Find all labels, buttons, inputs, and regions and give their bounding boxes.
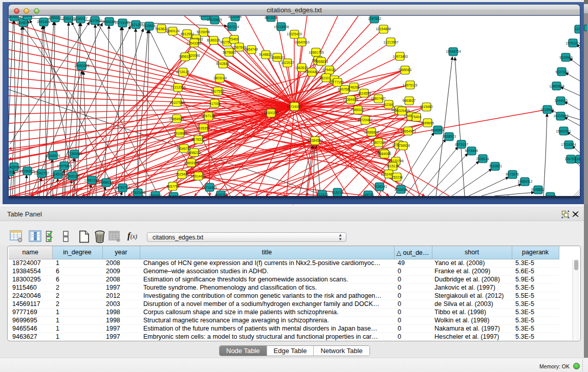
svg-text:75404: 75404 (412, 115, 422, 119)
svg-text:9227342: 9227342 (555, 70, 569, 74)
svg-text:12156829: 12156829 (19, 169, 35, 173)
svg-text:18300295: 18300295 (264, 111, 279, 115)
svg-text:815234: 815234 (332, 191, 343, 194)
svg-text:12213369: 12213369 (170, 85, 186, 89)
svg-text:3624554: 3624554 (358, 92, 371, 95)
svg-text:7857224: 7857224 (226, 25, 239, 29)
svg-text:9084068: 9084068 (378, 152, 391, 156)
svg-text:1588520: 1588520 (271, 56, 284, 59)
svg-text:2718126: 2718126 (176, 70, 189, 74)
svg-text:2803144: 2803144 (213, 76, 227, 80)
svg-text:17016504: 17016504 (561, 143, 576, 146)
svg-text:10807487: 10807487 (371, 97, 386, 100)
svg-text:7986322: 7986322 (351, 108, 364, 112)
svg-text:12905135: 12905135 (64, 174, 80, 178)
svg-text:10543362: 10543362 (186, 41, 202, 45)
svg-text:19218506: 19218506 (274, 25, 289, 29)
svg-text:1916682: 1916682 (173, 132, 187, 135)
svg-text:1405572: 1405572 (9, 16, 21, 18)
svg-text:9463627: 9463627 (402, 99, 416, 102)
svg-text:8938923: 8938923 (443, 135, 456, 138)
svg-text:1145194: 1145194 (52, 172, 65, 176)
svg-text:6990448: 6990448 (305, 70, 318, 74)
svg-text:15751074: 15751074 (565, 41, 580, 45)
svg-text:16210643: 16210643 (553, 114, 569, 118)
svg-text:18724007: 18724007 (287, 105, 302, 108)
svg-text:6466160: 6466160 (102, 20, 116, 24)
svg-text:1405571: 1405571 (16, 21, 30, 25)
svg-text:7632621: 7632621 (489, 164, 502, 168)
svg-text:1640954: 1640954 (431, 128, 444, 132)
svg-text:1322037: 1322037 (281, 61, 294, 64)
svg-text:16961755: 16961755 (309, 51, 324, 54)
svg-text:29053346: 29053346 (74, 64, 90, 68)
svg-text:9474444: 9474444 (465, 149, 478, 152)
svg-text:15692901: 15692901 (556, 129, 571, 133)
svg-text:9136403: 9136403 (199, 16, 212, 17)
svg-text:12893823: 12893823 (549, 84, 564, 88)
svg-text:6879197: 6879197 (455, 143, 468, 146)
svg-text:16548754: 16548754 (446, 50, 461, 53)
svg-text:9329966: 9329966 (559, 56, 573, 59)
svg-text:16640910: 16640910 (294, 40, 310, 44)
svg-text:417006: 417006 (209, 102, 221, 105)
svg-text:11171: 11171 (575, 27, 580, 31)
svg-text:1055327: 1055327 (74, 17, 88, 20)
svg-text:10973493: 10973493 (393, 55, 408, 58)
svg-text:746266: 746266 (349, 85, 360, 89)
svg-text:5875685: 5875685 (223, 51, 236, 54)
svg-text:16107534: 16107534 (169, 101, 185, 104)
svg-text:9242848: 9242848 (216, 62, 229, 65)
svg-text:10958127: 10958127 (98, 181, 114, 184)
svg-text:62160: 62160 (384, 103, 394, 106)
svg-text:19654925: 19654925 (169, 117, 184, 121)
svg-text:12975115: 12975115 (403, 83, 418, 87)
svg-text:2691406: 2691406 (37, 20, 50, 24)
svg-text:8454749: 8454749 (245, 48, 258, 51)
svg-text:12942737: 12942737 (34, 171, 49, 175)
svg-text:9657791: 9657791 (166, 185, 180, 188)
svg-text:3215958: 3215958 (540, 108, 554, 112)
svg-text:5226058: 5226058 (197, 30, 210, 34)
svg-text:10671355: 10671355 (128, 23, 143, 27)
svg-text:19384554: 19384554 (308, 139, 323, 142)
svg-text:3660124: 3660124 (166, 29, 180, 33)
svg-text:1935359: 1935359 (197, 126, 210, 130)
svg-text:2087682: 2087682 (368, 17, 381, 20)
svg-text:13325419: 13325419 (287, 32, 302, 36)
svg-text:16914479: 16914479 (190, 174, 206, 178)
svg-text:16033809: 16033809 (207, 18, 222, 21)
svg-text:15046736: 15046736 (176, 147, 191, 150)
svg-text:2055135: 2055135 (62, 17, 75, 20)
svg-text:17957223: 17957223 (84, 179, 99, 182)
svg-text:1615132: 1615132 (386, 164, 399, 168)
svg-text:9756928: 9756928 (397, 144, 410, 147)
svg-text:12213957: 12213957 (383, 40, 399, 44)
svg-text:21364436: 21364436 (343, 98, 358, 101)
svg-text:9115460: 9115460 (420, 105, 433, 108)
svg-text:9777169: 9777169 (331, 80, 344, 84)
svg-text:1055326: 1055326 (48, 16, 61, 19)
svg-text:9245652: 9245652 (531, 188, 545, 191)
svg-text:9699695: 9699695 (421, 121, 434, 125)
svg-text:1733426: 1733426 (394, 188, 407, 191)
svg-text:8471676: 8471676 (506, 172, 519, 176)
svg-text:7955813: 7955813 (315, 60, 328, 63)
svg-text:116753: 116753 (575, 157, 580, 161)
svg-text:6794028: 6794028 (322, 68, 336, 72)
svg-text:9427552: 9427552 (211, 90, 224, 93)
svg-text:7515526: 7515526 (142, 24, 156, 28)
svg-text:7625402: 7625402 (176, 172, 189, 176)
svg-text:10688609: 10688609 (364, 130, 379, 134)
svg-text:15716485: 15716485 (202, 186, 217, 189)
svg-text:17359924: 17359924 (67, 152, 82, 156)
svg-text:8132044: 8132044 (228, 16, 242, 18)
svg-text:2054413: 2054413 (21, 16, 34, 17)
svg-text:989615: 989615 (179, 55, 190, 58)
svg-text:10154808: 10154808 (376, 27, 391, 31)
svg-text:8186326: 8186326 (207, 38, 220, 42)
svg-text:391511: 391511 (9, 170, 15, 174)
svg-text:1244415: 1244415 (554, 99, 568, 102)
svg-text:13809348: 13809348 (184, 161, 199, 165)
svg-text:7485063: 7485063 (398, 68, 411, 72)
